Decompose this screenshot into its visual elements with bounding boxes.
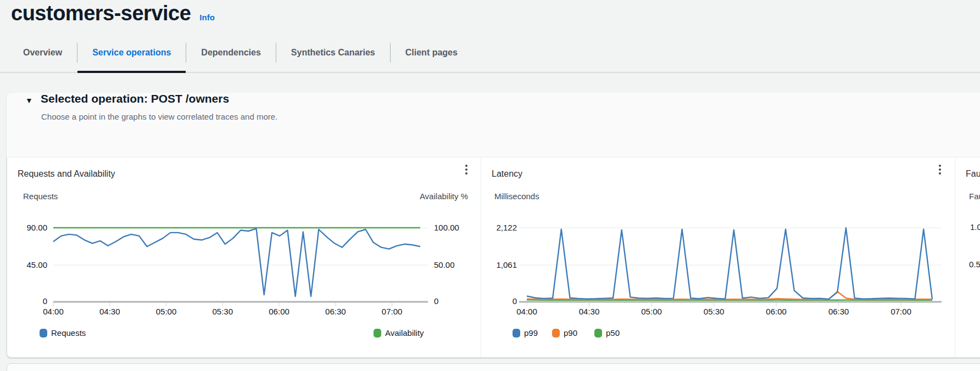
faults-axis-label: Fau (969, 191, 980, 202)
tab-label: Overview (23, 48, 62, 58)
legend-label: p50 (606, 328, 620, 339)
tab-label: Synthetics Canaries (291, 48, 375, 58)
legend-label: p99 (524, 328, 538, 339)
chart-options-kebab-icon[interactable] (933, 161, 947, 178)
legend-item-p50[interactable]: p50 (594, 328, 620, 339)
legend-item-p90[interactable]: p90 (552, 328, 577, 339)
application-signals-page: customers-service Info Overview Service … (0, 0, 980, 371)
milliseconds-axis-label: Milliseconds (494, 191, 539, 202)
tab-overview[interactable]: Overview (23, 33, 77, 72)
tab-label: Dependencies (201, 48, 260, 58)
tab-client-pages[interactable]: Client pages (391, 33, 472, 72)
requests-availability-chart-title: Requests and Availability (18, 168, 115, 180)
requests-axis-label: Requests (23, 191, 58, 202)
legend-item-p99[interactable]: p99 (513, 328, 538, 339)
tab-dependencies[interactable]: Dependencies (186, 33, 275, 72)
tab-label: Service operations (92, 48, 171, 58)
page-header: customers-service Info (11, 0, 215, 26)
latency-chart-title: Latency (492, 168, 522, 180)
tab-service-operations[interactable]: Service operations (77, 33, 186, 72)
chart-column-divider (955, 158, 955, 357)
legend-color-chip (552, 329, 560, 338)
legend-item-availability[interactable]: Availability (374, 328, 424, 339)
tab-synthetics-canaries[interactable]: Synthetics Canaries (276, 33, 390, 72)
availability-axis-label: Availability % (385, 191, 468, 202)
tab-label: Client pages (405, 48, 458, 58)
tab-bar: Overview Service operations Dependencies… (0, 33, 980, 73)
chart-options-kebab-icon[interactable] (459, 161, 474, 178)
y-tick-label: 0.5 (969, 260, 980, 269)
chart-column-divider (481, 158, 481, 357)
info-link[interactable]: Info (199, 13, 215, 22)
legend-color-chip (374, 329, 381, 338)
legend-color-chip (513, 329, 520, 338)
legend-label: Availability (385, 328, 424, 339)
selected-operation-title: Selected operation: POST /owners (41, 91, 229, 106)
next-section-card (7, 363, 980, 371)
selected-operation-subtitle: Choose a point in the graphs to view cor… (41, 111, 277, 122)
collapse-arrow-icon[interactable]: ▼ (23, 94, 35, 106)
page-title: customers-service (11, 0, 191, 26)
faults-chart-title: Fau (966, 168, 980, 180)
legend-label: p90 (564, 328, 577, 339)
legend-label: Requests (51, 328, 86, 339)
legend-color-chip (594, 329, 602, 338)
legend-item-requests[interactable]: Requests (40, 328, 86, 339)
y-tick-label: 1.0 (970, 222, 980, 232)
legend-color-chip (40, 329, 47, 338)
